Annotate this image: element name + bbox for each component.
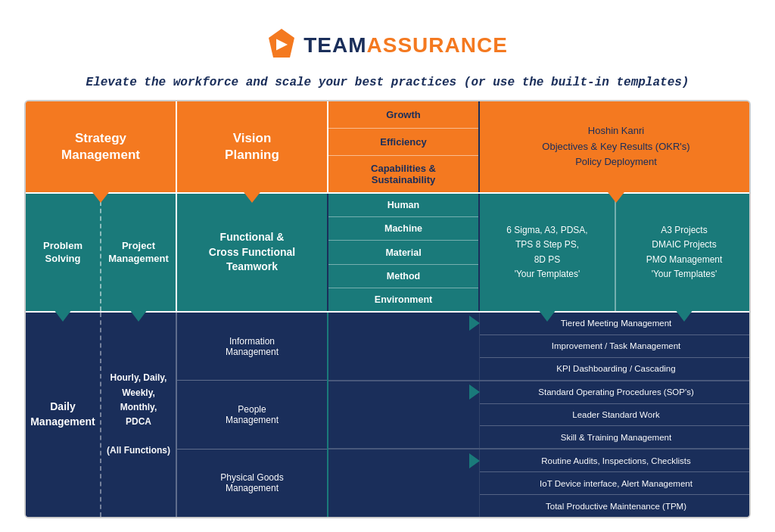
hourly-label: Hourly, Daily,Weekly, Monthly,PDCA(All F… [106,371,171,458]
leader-std-item: Leader Standard Work [480,404,751,427]
logo-text: TEAMASSURANCE [303,33,508,58]
tiered-meeting-item: Tiered Meeting Management [480,313,751,335]
skill-training-item: Skill & Training Management [480,426,751,448]
a3-projects-text: A3 ProjectsDMAIC ProjectsPMO Management'… [646,223,723,282]
daily-mgmt-cell: DailyManagement [26,313,101,517]
six-sigma-text: 6 Sigma, A3, PDSA,TPS 8 Step PS,8D PS'Yo… [506,223,587,282]
growth-label: Growth [328,101,478,129]
page-wrapper: ▶ TEAMASSURANCE Elevate the workforce an… [24,14,751,518]
list-items-area: Tiered Meeting Management Improvement / … [328,313,751,517]
info-mgmt-label: InformationManagement [177,313,327,381]
logo-area: ▶ TEAMASSURANCE [24,14,751,70]
kpi-item: KPI Dashboarding / Cascading [480,358,751,380]
project-mgmt-label: ProjectManagement [108,240,168,266]
people-list: Standard Operating Procedures (SOP's) Le… [480,381,751,449]
logo-icon: ▶ [267,27,296,64]
strategy-label: StrategyManagement [61,130,140,163]
improvement-item: Improvement / Task Management [480,335,751,358]
row-teal: ProblemSolving ProjectManagement Functio… [26,194,749,311]
problem-solving-cell: ProblemSolving [26,194,101,311]
physical-items-group: Routine Audits, Inspections, Checklists … [328,450,751,517]
row-strategy: StrategyManagement VisionPlanning Growth… [26,101,749,192]
main-diagram: StrategyManagement VisionPlanning Growth… [24,100,751,518]
vision-label: VisionPlanning [225,130,279,163]
human-label: Human [328,194,478,217]
sop-item: Standard Operating Procedures (SOP's) [480,381,751,404]
info-list: Tiered Meeting Management Improvement / … [480,313,751,380]
hoshin-text: Hoshin KanriObjectives & Key Results (OK… [542,123,689,170]
environment-label: Environment [328,288,478,311]
hourly-cell: Hourly, Daily,Weekly, Monthly,PDCA(All F… [101,313,177,517]
functional-cell: Functional &Cross FunctionalTeamwork [177,194,328,311]
tagline: Elevate the workforce and scale your bes… [24,76,751,89]
strategy-cell: StrategyManagement [26,101,177,192]
people-mgmt-label: PeopleManagement [177,381,327,449]
vision-cell: VisionPlanning [177,101,328,192]
material-label: Material [328,241,478,264]
routine-audits-item: Routine Audits, Inspections, Checklists [480,450,751,472]
capabilities-label: Capabilities &Sustainability [328,156,478,192]
logo-team: TEAM [303,33,366,57]
a3-projects-cell: A3 ProjectsDMAIC ProjectsPMO Management'… [616,194,751,311]
iot-item: IoT Device interface, Alert Management [480,472,751,495]
machine-label: Machine [328,217,478,241]
physical-list: Routine Audits, Inspections, Checklists … [480,450,751,517]
physical-goods-label: Physical GoodsManagement [177,450,327,517]
daily-mgmt-label: DailyManagement [30,400,95,429]
project-mgmt-cell: ProjectManagement [101,194,177,311]
growth-efficiency-cell: Growth Efficiency Capabilities &Sustaina… [328,101,480,192]
hoshin-cell: Hoshin KanriObjectives & Key Results (OK… [480,101,751,192]
row-navy: DailyManagement Hourly, Daily,Weekly, Mo… [26,313,749,517]
tpm-item: Total Productive Maintenance (TPM) [480,495,751,517]
people-items-group: Standard Operating Procedures (SOP's) Le… [328,381,751,450]
efficiency-label: Efficiency [328,129,478,156]
method-label: Method [328,265,478,288]
logo-assurance: ASSURANCE [366,33,507,57]
ipp-cell: InformationManagement PeopleManagement P… [177,313,328,517]
svg-text:▶: ▶ [276,36,288,51]
functional-label: Functional &Cross FunctionalTeamwork [209,230,295,275]
sigma-area: 6 Sigma, A3, PDSA,TPS 8 Step PS,8D PS'Yo… [480,194,751,311]
info-items-group: Tiered Meeting Management Improvement / … [328,313,751,381]
hmm-cell: Human Machine Material Method Environmen… [328,194,480,311]
problem-solving-label: ProblemSolving [43,240,82,266]
six-sigma-cell: 6 Sigma, A3, PDSA,TPS 8 Step PS,8D PS'Yo… [480,194,616,311]
